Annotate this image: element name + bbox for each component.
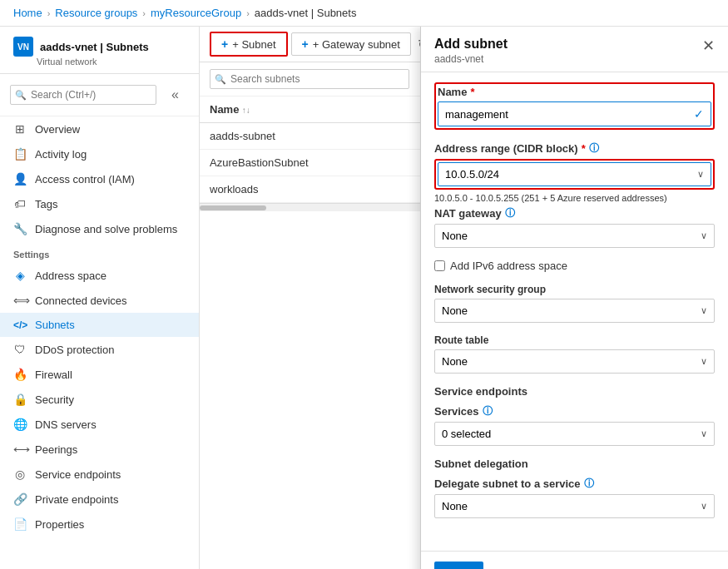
ok-button[interactable]: OK bbox=[434, 562, 483, 569]
panel-subtitle: aadds-vnet bbox=[434, 53, 508, 65]
scrollbar-thumb[interactable] bbox=[200, 205, 266, 210]
panel-close-button[interactable]: ✕ bbox=[702, 37, 715, 55]
route-table-label: Route table bbox=[434, 334, 715, 346]
name-input-wrapper: ✓ bbox=[438, 101, 711, 126]
sidebar-item-activity-log[interactable]: 📋 Activity log bbox=[0, 141, 199, 166]
nat-gateway-select[interactable]: None ∨ bbox=[434, 224, 715, 248]
name-field-group: Name * ✓ bbox=[438, 86, 711, 126]
breadcrumb: Home › Resource groups › myResourceGroup… bbox=[0, 0, 728, 27]
sidebar-item-label: Security bbox=[35, 393, 74, 406]
sidebar-search-icon: 🔍 bbox=[15, 90, 27, 101]
nsg-select[interactable]: None ∨ bbox=[434, 299, 715, 323]
sidebar-item-label: Tags bbox=[35, 198, 57, 210]
services-field-group: Services ⓘ 0 selected ∨ bbox=[434, 404, 715, 446]
sidebar-item-label: Properties bbox=[35, 518, 84, 531]
content-search-icon: 🔍 bbox=[215, 74, 226, 85]
subnets-icon: </> bbox=[13, 319, 27, 331]
access-control-icon: 👤 bbox=[13, 172, 27, 186]
delegate-select[interactable]: None ∨ bbox=[434, 494, 715, 518]
cidr-info-icon[interactable]: ⓘ bbox=[589, 141, 599, 156]
sidebar-item-connected-devices[interactable]: ⟺ Connected devices bbox=[0, 288, 199, 313]
tags-icon: 🏷 bbox=[13, 197, 27, 210]
name-required-indicator: * bbox=[470, 86, 474, 98]
nsg-label: Network security group bbox=[434, 284, 715, 295]
subnet-delegation-title: Subnet delegation bbox=[434, 458, 715, 470]
service-endpoints-title: Service endpoints bbox=[434, 385, 715, 398]
sidebar-item-address-space[interactable]: ◈ Address space bbox=[0, 263, 199, 288]
address-space-icon: ◈ bbox=[13, 269, 27, 282]
sidebar-item-label: Access control (IAM) bbox=[35, 173, 135, 186]
ipv6-label[interactable]: Add IPv6 address space bbox=[450, 260, 567, 272]
sidebar-item-security[interactable]: 🔒 Security bbox=[0, 387, 199, 412]
nsg-chevron-icon: ∨ bbox=[701, 305, 707, 316]
resource-icon: VN bbox=[13, 37, 33, 57]
sidebar-item-properties[interactable]: 📄 Properties bbox=[0, 512, 199, 537]
panel-title: Add subnet bbox=[434, 37, 508, 52]
delegate-field-group: Delegate subnet to a service ⓘ None ∨ bbox=[434, 477, 715, 518]
breadcrumb-sep-1: › bbox=[47, 8, 51, 18]
sort-name-icon[interactable]: ↑↓ bbox=[242, 106, 250, 115]
add-gateway-plus-icon: + bbox=[302, 37, 309, 51]
overview-icon: ⊞ bbox=[13, 122, 27, 136]
route-table-select[interactable]: None ∨ bbox=[434, 349, 715, 374]
ipv6-checkbox[interactable] bbox=[434, 260, 445, 271]
sidebar-item-private-endpoints[interactable]: 🔗 Private endpoints bbox=[0, 487, 199, 512]
sidebar-search-input[interactable] bbox=[10, 85, 156, 105]
sidebar-collapse-button[interactable]: « bbox=[161, 81, 189, 109]
dns-servers-icon: 🌐 bbox=[13, 418, 27, 431]
sidebar-item-label: DNS servers bbox=[35, 418, 97, 431]
add-subnet-plus-icon: + bbox=[221, 37, 228, 51]
sidebar-item-label: Activity log bbox=[35, 148, 87, 161]
activity-log-icon: 📋 bbox=[13, 147, 27, 161]
sidebar-item-access-control[interactable]: 👤 Access control (IAM) bbox=[0, 166, 199, 191]
sidebar-item-label: Diagnose and solve problems bbox=[35, 223, 177, 235]
sidebar-item-diagnose[interactable]: 🔧 Diagnose and solve problems bbox=[0, 216, 199, 241]
breadcrumb-current: aadds-vnet | Subnets bbox=[255, 7, 357, 19]
firewall-icon: 🔥 bbox=[13, 368, 27, 381]
settings-section-label: Settings bbox=[0, 241, 199, 263]
peerings-icon: ⟷ bbox=[13, 443, 27, 456]
route-table-value: None bbox=[442, 355, 468, 368]
breadcrumb-sep-2: › bbox=[142, 8, 146, 18]
sidebar-nav: ⊞ Overview 📋 Activity log 👤 Access contr… bbox=[0, 116, 199, 569]
nat-gateway-info-icon[interactable]: ⓘ bbox=[505, 206, 515, 220]
panel-body: Name * ✓ Address range (CIDR block) * ⓘ bbox=[421, 72, 728, 551]
sidebar-item-ddos-protection[interactable]: 🛡 DDoS protection bbox=[0, 337, 199, 362]
services-label: Services ⓘ bbox=[434, 404, 715, 418]
add-subnet-button[interactable]: + + Subnet bbox=[210, 32, 288, 57]
sidebar-item-peerings[interactable]: ⟷ Peerings bbox=[0, 437, 199, 462]
name-label: Name * bbox=[438, 86, 711, 98]
cidr-chevron-icon: ∨ bbox=[697, 169, 704, 180]
sidebar-item-label: Address space bbox=[35, 270, 106, 282]
add-gateway-subnet-button[interactable]: + + Gateway subnet bbox=[291, 32, 411, 56]
services-info-icon[interactable]: ⓘ bbox=[483, 404, 493, 418]
breadcrumb-my-resource-group[interactable]: myResourceGroup bbox=[151, 7, 241, 19]
cidr-input[interactable] bbox=[445, 168, 697, 181]
name-check-icon: ✓ bbox=[694, 107, 704, 121]
services-value: 0 selected bbox=[442, 428, 491, 440]
breadcrumb-home[interactable]: Home bbox=[13, 7, 42, 19]
security-icon: 🔒 bbox=[13, 393, 27, 406]
sidebar-item-tags[interactable]: 🏷 Tags bbox=[0, 191, 199, 216]
sidebar-item-label: DDoS protection bbox=[35, 344, 114, 356]
service-endpoints-icon: ◎ bbox=[13, 468, 27, 481]
nat-gateway-field-group: NAT gateway ⓘ None ∨ bbox=[434, 206, 715, 248]
breadcrumb-sep-3: › bbox=[246, 8, 250, 18]
sidebar-item-label: Overview bbox=[35, 123, 80, 136]
panel-footer: OK bbox=[421, 551, 728, 569]
sidebar-item-overview[interactable]: ⊞ Overview bbox=[0, 116, 199, 141]
services-select[interactable]: 0 selected ∨ bbox=[434, 422, 715, 446]
delegate-label: Delegate subnet to a service ⓘ bbox=[434, 477, 715, 491]
sidebar-search-row: 🔍 « bbox=[0, 74, 199, 116]
content-search-input[interactable] bbox=[210, 69, 409, 89]
breadcrumb-resource-groups[interactable]: Resource groups bbox=[55, 7, 137, 19]
sidebar-item-dns-servers[interactable]: 🌐 DNS servers bbox=[0, 412, 199, 437]
delegate-chevron-icon: ∨ bbox=[701, 501, 707, 512]
resource-name: aadds-vnet | Subnets bbox=[40, 41, 149, 53]
name-input[interactable] bbox=[445, 108, 694, 121]
sidebar-header: VN aadds-vnet | Subnets Virtual network bbox=[0, 27, 199, 74]
sidebar-item-service-endpoints[interactable]: ◎ Service endpoints bbox=[0, 462, 199, 487]
sidebar-item-firewall[interactable]: 🔥 Firewall bbox=[0, 362, 199, 387]
sidebar-item-subnets[interactable]: </> Subnets bbox=[0, 313, 199, 337]
delegate-info-icon[interactable]: ⓘ bbox=[584, 477, 594, 491]
